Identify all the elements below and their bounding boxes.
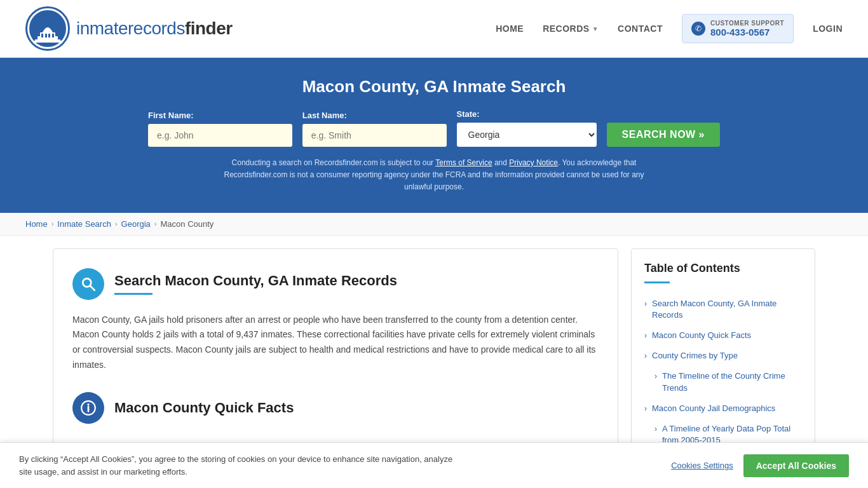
toc-item-1[interactable]: › Search Macon County, GA Inmate Records — [644, 294, 802, 325]
cookie-text: By clicking “Accept All Cookies”, you ag… — [19, 453, 464, 477]
state-group: State: Georgia Alabama Alaska Arizona Ca… — [457, 109, 597, 147]
svg-point-7 — [46, 22, 50, 25]
toc-item-5[interactable]: › Macon County Jail Demographics — [644, 398, 802, 419]
search-form: First Name: Last Name: State: Georgia Al… — [148, 109, 720, 147]
svg-rect-4 — [45, 34, 47, 37]
section2-header: Macon County Quick Facts — [72, 392, 599, 424]
logo-text: inmaterecordsfinder — [76, 18, 233, 39]
svg-rect-9 — [33, 41, 62, 43]
nav-home[interactable]: HOME — [496, 24, 524, 34]
toc-chevron-5: › — [644, 403, 647, 414]
section1-body: Macon County, GA jails hold prisoners af… — [72, 313, 599, 373]
site-header: inmaterecordsfinder HOME RECORDS ▼ CONTA… — [0, 0, 868, 58]
headset-icon: ✆ — [691, 22, 705, 36]
hero-title: Macon County, GA Inmate Search — [25, 77, 843, 97]
search-button[interactable]: SEARCH NOW » — [607, 123, 720, 147]
sidebar-toc: Table of Contents › Search Macon County,… — [631, 248, 815, 464]
toc-item-2[interactable]: › Macon County Quick Facts — [644, 325, 802, 346]
last-name-label: Last Name: — [302, 111, 447, 120]
breadcrumb-sep-2: › — [115, 220, 118, 227]
login-button[interactable]: LOGIN — [813, 24, 843, 34]
customer-support[interactable]: ✆ CUSTOMER SUPPORT 800-433-0567 — [682, 14, 794, 43]
hero-section: Macon County, GA Inmate Search First Nam… — [0, 58, 868, 213]
info-icon — [72, 392, 104, 424]
svg-rect-5 — [48, 34, 50, 37]
cookie-actions: Cookies Settings Accept All Cookies — [671, 454, 849, 477]
svg-point-14 — [87, 403, 89, 405]
logo-finder: finder — [185, 18, 233, 38]
toc-chevron-6: › — [654, 424, 657, 435]
logo-icon — [25, 6, 70, 51]
support-label: CUSTOMER SUPPORT — [710, 20, 784, 27]
search-icon — [72, 268, 104, 300]
breadcrumb-sep-1: › — [51, 220, 54, 227]
hero-disclaimer: Conducting a search on Recordsfinder.com… — [212, 157, 656, 194]
cookie-banner: By clicking “Accept All Cookies”, you ag… — [0, 442, 868, 477]
breadcrumb-georgia[interactable]: Georgia — [121, 219, 151, 229]
support-number: 800-433-0567 — [710, 27, 784, 37]
section1-header: Search Macon County, GA Inmate Records — [72, 268, 599, 300]
breadcrumb-inmate-search[interactable]: Inmate Search — [57, 219, 111, 229]
main-nav: HOME RECORDS ▼ CONTACT ✆ CUSTOMER SUPPOR… — [496, 14, 843, 43]
toc-item-4[interactable]: › The Timeline of the County Crime Trend… — [644, 366, 802, 398]
toc-divider — [644, 281, 670, 283]
first-name-label: First Name: — [148, 111, 292, 120]
state-select[interactable]: Georgia Alabama Alaska Arizona Californi… — [457, 123, 597, 147]
breadcrumb-current: Macon County — [161, 219, 214, 229]
toc-item-3[interactable]: › County Crimes by Type — [644, 346, 802, 366]
section1-title: Search Macon County, GA Inmate Records — [114, 273, 397, 289]
breadcrumb: Home › Inmate Search › Georgia › Macon C… — [0, 213, 868, 236]
section1-underline — [114, 293, 153, 295]
last-name-group: Last Name: — [302, 111, 447, 147]
svg-rect-6 — [52, 34, 54, 37]
svg-rect-8 — [35, 39, 60, 41]
records-chevron-icon: ▼ — [592, 25, 599, 32]
logo-area: inmaterecordsfinder — [25, 6, 233, 51]
terms-link[interactable]: Terms of Service — [435, 158, 492, 167]
toc-chevron-1: › — [644, 299, 647, 309]
main-content: Search Macon County, GA Inmate Records M… — [27, 248, 841, 464]
svg-rect-3 — [41, 34, 43, 37]
nav-records[interactable]: RECORDS ▼ — [543, 24, 599, 34]
section1-title-wrap: Search Macon County, GA Inmate Records — [114, 273, 397, 295]
nav-contact[interactable]: CONTACT — [618, 24, 663, 34]
toc-chevron-4: › — [654, 371, 657, 382]
first-name-input[interactable] — [148, 124, 292, 147]
svg-line-11 — [90, 286, 95, 290]
section2-title: Macon County Quick Facts — [114, 400, 294, 416]
toc-chevron-2: › — [644, 330, 647, 341]
cookies-settings-button[interactable]: Cookies Settings — [671, 461, 733, 470]
support-text: CUSTOMER SUPPORT 800-433-0567 — [710, 20, 784, 37]
last-name-input[interactable] — [302, 124, 447, 147]
content-area: Search Macon County, GA Inmate Records M… — [53, 248, 618, 444]
state-label: State: — [457, 109, 597, 119]
accept-cookies-button[interactable]: Accept All Cookies — [743, 454, 849, 477]
first-name-group: First Name: — [148, 111, 292, 147]
breadcrumb-sep-3: › — [154, 220, 157, 227]
toc-chevron-3: › — [644, 351, 647, 362]
privacy-link[interactable]: Privacy Notice — [509, 158, 558, 167]
toc-title: Table of Contents — [644, 262, 802, 275]
breadcrumb-home[interactable]: Home — [25, 219, 48, 229]
